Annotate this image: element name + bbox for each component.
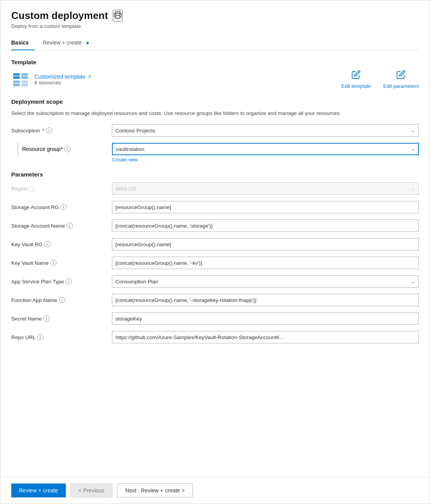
storage-account-rg-info-icon[interactable]: i (60, 204, 67, 210)
subscription-select[interactable]: Contoso Projects (112, 124, 419, 137)
footer: Review + create < Previous Next : Review… (0, 477, 430, 504)
edit-parameters-label: Edit parameters (383, 83, 419, 89)
repo-url-input[interactable] (112, 331, 419, 343)
page-subtitle: Deploy from a custom template (11, 23, 419, 29)
function-app-name-input[interactable] (112, 294, 419, 306)
resource-group-select-wrapper: vaultrotation ⌄ (112, 143, 419, 155)
param-row-secret-name: Secret Name i (11, 312, 419, 325)
secret-name-input[interactable] (112, 312, 419, 325)
app-service-plan-info-icon[interactable]: i (65, 278, 72, 285)
deployment-scope-section: Deployment scope Select the subscription… (11, 98, 419, 163)
page-title: Custom deployment (11, 10, 108, 22)
edit-template-label: Edit template (341, 83, 371, 89)
template-resources: 6 resources (34, 80, 91, 86)
param-row-app-service-plan-type: App Service Plan Type i Consumption Plan… (11, 275, 419, 288)
edit-parameters-button[interactable]: Edit parameters (383, 70, 419, 89)
deployment-scope-title: Deployment scope (11, 98, 419, 105)
key-vault-rg-info-icon[interactable]: i (44, 241, 50, 247)
param-row-key-vault-name: Key Vault Name i (11, 257, 419, 269)
tab-review-create[interactable]: Review + create (43, 36, 95, 50)
indent-line (17, 143, 18, 155)
resource-group-indent: Resource group * i (11, 143, 112, 155)
template-icon (11, 72, 30, 87)
subscription-row: Subscription * i Contoso Projects ⌄ (11, 124, 419, 137)
parameters-section: Parameters Region i West US ⌄ Storage Ac… (11, 171, 419, 343)
app-service-plan-select-wrapper: Consumption Plan ⌄ (112, 275, 419, 288)
param-label-storage-account-rg: Storage Account RG i (11, 204, 112, 210)
param-row-key-vault-rg: Key Vault RG i (11, 238, 419, 250)
param-row-repo-url: Repo URL i (11, 331, 419, 343)
create-new-wrapper: Create new (11, 157, 419, 163)
pencil-icon (351, 70, 361, 82)
template-details: Customized template ↗ 6 resources (34, 74, 91, 86)
param-row-region: Region i West US ⌄ (11, 182, 419, 195)
template-row: Customized template ↗ 6 resources (11, 70, 419, 89)
storage-account-rg-input[interactable] (112, 201, 419, 213)
subscription-required: * (42, 128, 44, 134)
param-row-storage-account-rg: Storage Account RG i (11, 201, 419, 213)
edit-template-button[interactable]: Edit template (341, 70, 371, 89)
secret-name-info-icon[interactable]: i (43, 315, 50, 322)
resource-group-required: * (61, 146, 63, 152)
resource-group-label-wrapper: Resource group * i (22, 146, 71, 152)
template-section: Template (11, 59, 419, 89)
param-label-key-vault-name: Key Vault Name i (11, 260, 112, 266)
svg-rect-0 (115, 15, 120, 18)
key-vault-name-input[interactable] (112, 257, 419, 269)
pencil-icon-2 (396, 70, 406, 82)
param-row-function-app-name: Function App Name i (11, 294, 419, 306)
next-button[interactable]: Next : Review + create > (117, 483, 193, 497)
region-select[interactable]: West US (112, 182, 419, 195)
template-name-row: Customized template ↗ (34, 74, 91, 80)
template-actions: Edit template Edit parameters (341, 70, 419, 89)
storage-account-name-input[interactable] (112, 219, 419, 232)
param-label-repo-url: Repo URL i (11, 334, 112, 340)
subscription-label: Subscription * i (11, 127, 112, 134)
resource-group-info-icon[interactable]: i (64, 146, 71, 152)
page-header: Custom deployment (11, 10, 419, 22)
subscription-select-wrapper: Contoso Projects ⌄ (112, 124, 419, 137)
page-container: Custom deployment Deploy from a custom t… (0, 0, 430, 504)
print-button[interactable] (113, 10, 123, 22)
template-link[interactable]: Customized template (34, 74, 86, 80)
tab-dot (86, 42, 89, 44)
key-vault-name-info-icon[interactable]: i (50, 260, 57, 266)
tabs: Basics Review + create (11, 36, 419, 50)
resource-group-row: Resource group * i vaultrotation ⌄ (11, 143, 419, 155)
param-label-function-app-name: Function App Name i (11, 297, 112, 303)
resource-group-select[interactable]: vaultrotation (112, 143, 419, 155)
previous-button[interactable]: < Previous (71, 483, 113, 497)
parameters-section-title: Parameters (11, 171, 419, 178)
subscription-info-icon[interactable]: i (46, 127, 52, 134)
param-label-key-vault-rg: Key Vault RG i (11, 241, 112, 247)
region-info-icon[interactable]: i (29, 185, 36, 192)
template-section-title: Template (11, 59, 419, 65)
main-content: Custom deployment Deploy from a custom t… (0, 0, 430, 477)
create-new-link[interactable]: Create new (112, 157, 419, 163)
region-select-wrapper: West US ⌄ (112, 182, 419, 195)
storage-account-name-info-icon[interactable]: i (67, 223, 73, 229)
param-row-storage-account-name: Storage Account Name i (11, 219, 419, 232)
external-link-icon: ↗ (87, 74, 91, 79)
repo-url-info-icon[interactable]: i (37, 334, 43, 340)
param-label-app-service-plan-type: App Service Plan Type i (11, 278, 112, 285)
template-info: Customized template ↗ 6 resources (11, 72, 91, 87)
function-app-name-info-icon[interactable]: i (59, 297, 65, 303)
key-vault-rg-input[interactable] (112, 238, 419, 250)
param-label-storage-account-name: Storage Account Name i (11, 223, 112, 229)
param-label-secret-name: Secret Name i (11, 315, 112, 322)
scope-description: Select the subscription to manage deploy… (11, 110, 419, 117)
app-service-plan-type-select[interactable]: Consumption Plan (112, 275, 419, 288)
svg-point-1 (120, 14, 120, 15)
tab-basics[interactable]: Basics (11, 36, 35, 50)
param-label-region: Region i (11, 185, 112, 192)
review-create-button[interactable]: Review + create (11, 483, 66, 497)
